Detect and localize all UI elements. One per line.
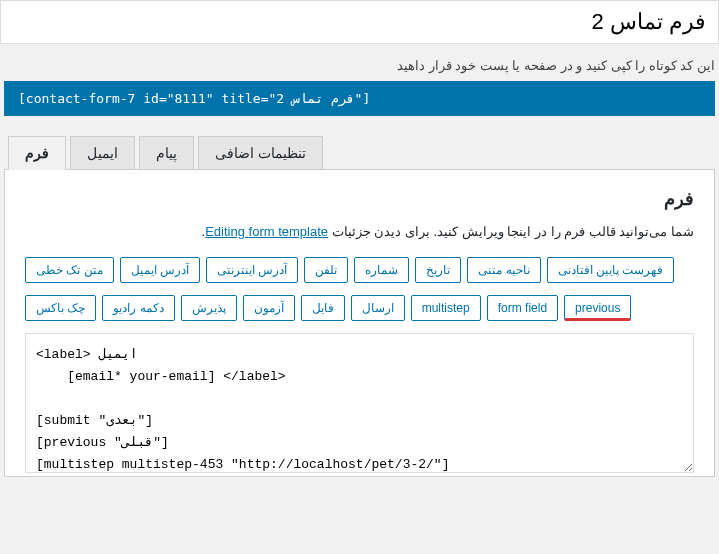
form-title-input[interactable]	[0, 0, 719, 44]
tag-button-ارسال[interactable]: ارسال	[351, 295, 405, 321]
tag-buttons-row-2: چک باکسدکمه رادیوپذیرشآزمونفایلارسالmult…	[25, 295, 694, 321]
tab-تنظیمات اضافی[interactable]: تنظیمات اضافی	[198, 136, 323, 169]
tag-button-previous[interactable]: previous	[564, 295, 631, 321]
tag-button-چک-باکس[interactable]: چک باکس	[25, 295, 96, 321]
tag-button-form-field[interactable]: form field	[487, 295, 558, 321]
tab-فرم[interactable]: فرم	[8, 136, 66, 170]
tab-پیام[interactable]: پیام	[139, 136, 194, 169]
tag-button-تلفن[interactable]: تلفن	[304, 257, 348, 283]
panel-heading: فرم	[25, 188, 694, 210]
tag-button-ناحیه-متنی[interactable]: ناحیه متنی	[467, 257, 540, 283]
form-template-textarea[interactable]	[25, 333, 694, 473]
tag-button-آدرس-ایمیل[interactable]: آدرس ایمیل	[120, 257, 200, 283]
tab-ایمیل[interactable]: ایمیل	[70, 136, 135, 169]
editor-tabs: فرمایمیلپیامتنظیمات اضافی	[4, 136, 715, 170]
panel-description: شما می‌توانید قالب فرم را در اینجا ویرای…	[25, 222, 694, 243]
tag-button-multistep[interactable]: multistep	[411, 295, 481, 321]
shortcode-instruction: این کد کوتاه را کپی کنید و در صفحه یا پس…	[4, 58, 715, 73]
tag-button-فایل[interactable]: فایل	[301, 295, 345, 321]
tag-button-پذیرش[interactable]: پذیرش	[181, 295, 237, 321]
tag-button-آزمون[interactable]: آزمون	[243, 295, 295, 321]
tag-button-تاریخ[interactable]: تاریخ	[415, 257, 461, 283]
tag-button-آدرس-اینترنتی[interactable]: آدرس اینترنتی	[206, 257, 298, 283]
shortcode-display[interactable]: [contact-form-7 id="8111" title="فرم تما…	[4, 81, 715, 116]
tag-button-متن-تک-خطی[interactable]: متن تک خطی	[25, 257, 114, 283]
editing-template-link[interactable]: Editing form template	[205, 224, 328, 239]
tag-buttons-row-1: متن تک خطیآدرس ایمیلآدرس اینترنتیتلفنشما…	[25, 257, 694, 283]
tag-button-دکمه-رادیو[interactable]: دکمه رادیو	[102, 295, 174, 321]
form-panel: فرم شما می‌توانید قالب فرم را در اینجا و…	[4, 170, 715, 477]
tag-button-فهرست-پایین-افتادنی[interactable]: فهرست پایین افتادنی	[547, 257, 675, 283]
tag-button-شماره[interactable]: شماره	[354, 257, 409, 283]
